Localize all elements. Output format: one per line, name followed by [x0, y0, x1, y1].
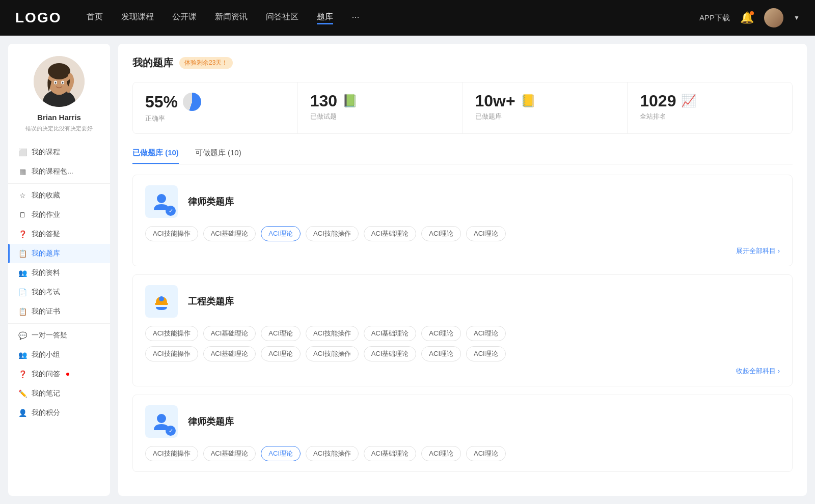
points-icon: 👤 [18, 409, 26, 417]
questions-icon: ❓ [18, 370, 26, 378]
tag-eng-r1-1[interactable]: ACI技能操作 [145, 326, 198, 341]
tag-eng-r1-4[interactable]: ACI技能操作 [306, 326, 359, 341]
nav-link-discover[interactable]: 发现课程 [121, 12, 154, 24]
sidebar-item-cert[interactable]: 📋 我的证书 [8, 302, 110, 321]
tag-lawyer2-6[interactable]: ACI理论 [421, 446, 461, 461]
tag-eng-r2-4[interactable]: ACI技能操作 [306, 346, 359, 361]
sidebar-divider-1 [8, 183, 110, 184]
stat-rank: 1029 📈 全站排名 [628, 82, 792, 133]
main-content: 我的题库 体验剩余23天！ 55% 正确率 130 📗 已做试题 [118, 44, 807, 496]
questions-chart-icon: 📗 [342, 94, 358, 108]
banks-chart-icon: 📒 [521, 94, 536, 108]
tab-done-banks[interactable]: 已做题库 (10) [132, 148, 179, 164]
accuracy-value: 55% [145, 94, 178, 110]
tag-eng-r2-6[interactable]: ACI理论 [421, 346, 461, 361]
nav-link-qa[interactable]: 问答社区 [266, 12, 298, 24]
sidebar-label-one-on-one: 一对一答疑 [32, 331, 67, 340]
tag-lawyer2-7[interactable]: ACI理论 [466, 446, 506, 461]
tag-eng-r1-3[interactable]: ACI理论 [261, 326, 301, 341]
nav-link-open[interactable]: 公开课 [172, 12, 197, 24]
stats-row: 55% 正确率 130 📗 已做试题 10w+ 📒 已做题库 [132, 82, 793, 134]
nav-logo[interactable]: LOGO [15, 10, 61, 26]
accuracy-chart-icon [183, 93, 201, 111]
nav-link-bank[interactable]: 题库 [317, 12, 333, 24]
sidebar-divider-2 [8, 323, 110, 324]
stat-top-rank: 1029 📈 [640, 93, 780, 109]
nav-links: 首页 发现课程 公开课 新闻资讯 问答社区 题库 ··· [87, 12, 699, 24]
tag-eng-r2-2[interactable]: ACI基础理论 [203, 346, 256, 361]
course-icon: ⬜ [18, 148, 26, 156]
engineering-collapse-link[interactable]: 收起全部科目 › [145, 367, 780, 376]
app-download-link[interactable]: APP下载 [699, 13, 730, 23]
sidebar-item-points[interactable]: 👤 我的积分 [8, 403, 110, 423]
tag-lawyer2-4[interactable]: ACI技能操作 [306, 446, 359, 461]
sidebar-item-materials[interactable]: 👥 我的资料 [8, 263, 110, 283]
engineering-bank-header: 工程类题库 [145, 285, 780, 318]
tag-lawyer-3-active[interactable]: ACI理论 [261, 226, 301, 241]
qa-icon: ❓ [18, 230, 26, 238]
lawyer-expand-link[interactable]: 展开全部科目 › [145, 246, 780, 256]
tag-lawyer-2[interactable]: ACI基础理论 [203, 226, 256, 241]
avatar-svg [34, 56, 85, 107]
tag-lawyer-4[interactable]: ACI技能操作 [306, 226, 359, 241]
rank-label: 全站排名 [640, 112, 780, 121]
sidebar-item-course-packages[interactable]: ▦ 我的课程包... [8, 162, 110, 181]
tag-lawyer-5[interactable]: ACI基础理论 [364, 226, 417, 241]
page-title-row: 我的题库 体验剩余23天！ [132, 56, 793, 70]
lawyer2-bank-title: 律师类题库 [188, 415, 234, 428]
tag-lawyer2-3-active[interactable]: ACI理论 [261, 446, 301, 461]
tag-eng-r2-3[interactable]: ACI理论 [261, 346, 301, 361]
notification-bell[interactable]: 🔔 [740, 11, 754, 24]
sidebar-item-one-on-one[interactable]: 💬 一对一答疑 [8, 326, 110, 345]
tag-eng-r2-7[interactable]: ACI理论 [466, 346, 506, 361]
tag-lawyer-6[interactable]: ACI理论 [421, 226, 461, 241]
sidebar-label-cert: 我的证书 [32, 307, 60, 316]
bank-icon-wrap: ✓ [145, 185, 178, 218]
svg-point-8 [62, 82, 64, 84]
sidebar-item-questions[interactable]: ❓ 我的问答 [8, 365, 110, 384]
nav-more-dots[interactable]: ··· [351, 12, 359, 24]
sidebar-item-my-courses[interactable]: ⬜ 我的课程 [8, 143, 110, 162]
tag-lawyer-7[interactable]: ACI理论 [466, 226, 506, 241]
lawyer2-icon-wrap: ✓ [145, 405, 178, 438]
sidebar-item-favorites[interactable]: ☆ 我的收藏 [8, 186, 110, 205]
sidebar-item-homework[interactable]: 🗒 我的作业 [8, 205, 110, 225]
tag-eng-r1-6[interactable]: ACI理论 [421, 326, 461, 341]
tag-lawyer2-2[interactable]: ACI基础理论 [203, 446, 256, 461]
groups-icon: 👥 [18, 351, 26, 359]
sidebar-label-groups: 我的小组 [32, 350, 60, 359]
sidebar-item-notes[interactable]: ✏️ 我的笔记 [8, 384, 110, 403]
sidebar-item-exams[interactable]: 📄 我的考试 [8, 283, 110, 302]
tag-eng-r2-5[interactable]: ACI基础理论 [364, 346, 417, 361]
tag-eng-r1-5[interactable]: ACI基础理论 [364, 326, 417, 341]
tab-todo-banks[interactable]: 可做题库 (10) [195, 148, 241, 164]
user-menu-chevron-icon[interactable]: ▼ [794, 14, 800, 21]
tag-lawyer2-5[interactable]: ACI基础理论 [364, 446, 417, 461]
lawyer2-bank-header: ✓ 律师类题库 [145, 405, 780, 438]
check-badge-2: ✓ [166, 426, 176, 436]
nav-link-home[interactable]: 首页 [87, 12, 103, 24]
stat-top-banks: 10w+ 📒 [475, 93, 615, 109]
tag-eng-r1-2[interactable]: ACI基础理论 [203, 326, 256, 341]
favorites-icon: ☆ [18, 191, 26, 200]
user-avatar[interactable] [764, 8, 783, 27]
svg-point-11 [159, 296, 164, 301]
tag-lawyer-1[interactable]: ACI技能操作 [145, 226, 198, 241]
sidebar-item-bank[interactable]: 📋 我的题库 [8, 244, 110, 263]
nav-link-news[interactable]: 新闻资讯 [215, 12, 248, 24]
sidebar-label-notes: 我的笔记 [32, 389, 60, 398]
banks-label: 已做题库 [475, 112, 615, 121]
tag-eng-r1-7[interactable]: ACI理论 [466, 326, 506, 341]
tag-lawyer2-1[interactable]: ACI技能操作 [145, 446, 198, 461]
engineer-icon-svg [152, 292, 171, 311]
sidebar-label-points: 我的积分 [32, 408, 60, 417]
svg-rect-10 [155, 303, 168, 305]
question-dot [66, 373, 69, 376]
svg-point-4 [48, 63, 70, 79]
sidebar-item-qa-mine[interactable]: ❓ 我的答疑 [8, 225, 110, 244]
questions-label: 已做试题 [310, 112, 450, 121]
exams-icon: 📄 [18, 288, 26, 296]
engineering-icon-wrap [145, 285, 178, 318]
tag-eng-r2-1[interactable]: ACI技能操作 [145, 346, 198, 361]
sidebar-item-groups[interactable]: 👥 我的小组 [8, 345, 110, 365]
